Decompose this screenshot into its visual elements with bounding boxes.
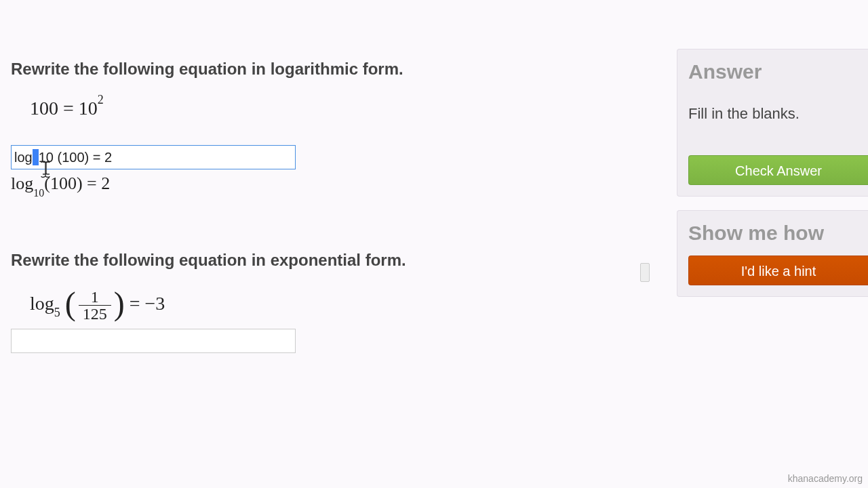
- q2-answer-input[interactable]: [11, 329, 296, 353]
- left-paren: (: [65, 285, 76, 321]
- q1-answer-input[interactable]: log10 (100) = 2: [11, 145, 296, 169]
- check-answer-button[interactable]: Check Answer: [688, 155, 868, 185]
- hint-panel: Show me how I'd like a hint: [677, 210, 868, 297]
- right-paren: ): [114, 285, 125, 321]
- question-1: Rewrite the following equation in logari…: [11, 60, 648, 197]
- scrollbar-thumb[interactable]: [640, 263, 650, 282]
- answer-instruction: Fill in the blanks.: [688, 105, 868, 123]
- q1-prompt: Rewrite the following equation in logari…: [11, 60, 648, 79]
- hint-heading: Show me how: [688, 222, 868, 245]
- question-2: Rewrite the following equation in expone…: [11, 251, 648, 353]
- q1-exponent: 2: [98, 93, 104, 106]
- q2-equation: log5 (1125) = −3: [30, 289, 648, 322]
- q1-base: 10: [79, 98, 98, 119]
- main-content: Rewrite the following equation in logari…: [11, 60, 648, 353]
- q1-equation: 100 = 102: [30, 98, 648, 118]
- watermark: khanacademy.org: [788, 473, 863, 484]
- sidebar: Answer Fill in the blanks. Check Answer …: [677, 49, 868, 310]
- answer-panel: Answer Fill in the blanks. Check Answer: [677, 49, 868, 197]
- q1-rendered-math: log10(100) = 2: [11, 174, 648, 196]
- q2-prompt: Rewrite the following equation in expone…: [11, 251, 648, 270]
- q1-lhs: 100: [30, 98, 58, 119]
- fraction: 1125: [79, 289, 111, 322]
- svg-rect-0: [44, 167, 48, 173]
- text-selection: [33, 149, 39, 165]
- hint-button[interactable]: I'd like a hint: [688, 256, 868, 285]
- answer-heading: Answer: [688, 60, 868, 83]
